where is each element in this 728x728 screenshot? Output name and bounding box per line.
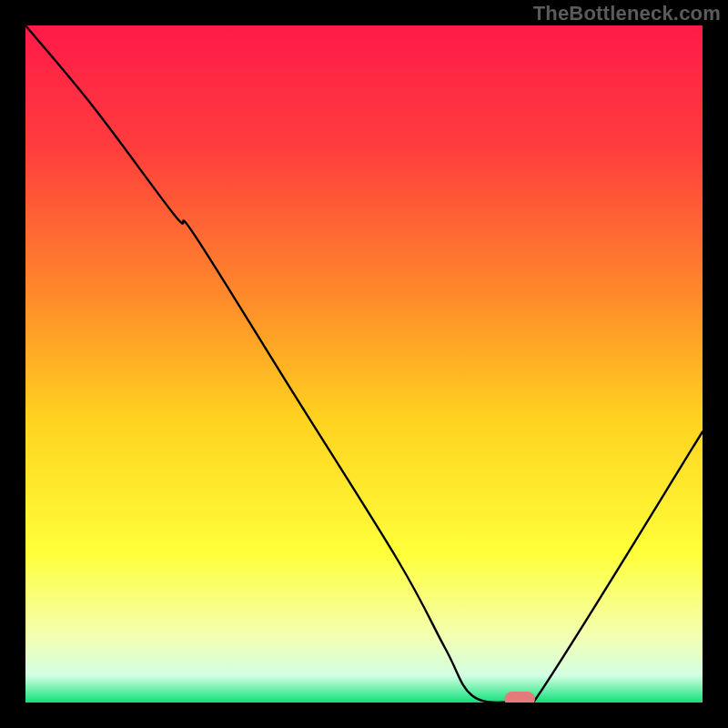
chart-frame: TheBottleneck.com (0, 0, 728, 728)
plot-svg (25, 25, 703, 703)
gradient-background (25, 25, 703, 703)
optimal-point-marker (504, 692, 534, 703)
watermark-text: TheBottleneck.com (533, 2, 721, 25)
plot-area (25, 25, 703, 703)
